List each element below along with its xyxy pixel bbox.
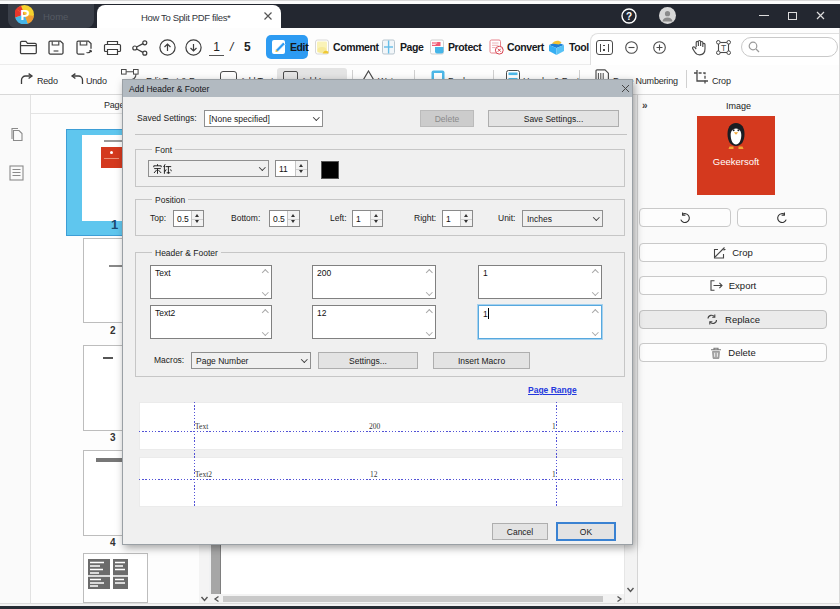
svg-text:?: ?: [626, 11, 632, 22]
svg-text:P: P: [20, 7, 29, 23]
svg-text:T: T: [721, 43, 726, 53]
